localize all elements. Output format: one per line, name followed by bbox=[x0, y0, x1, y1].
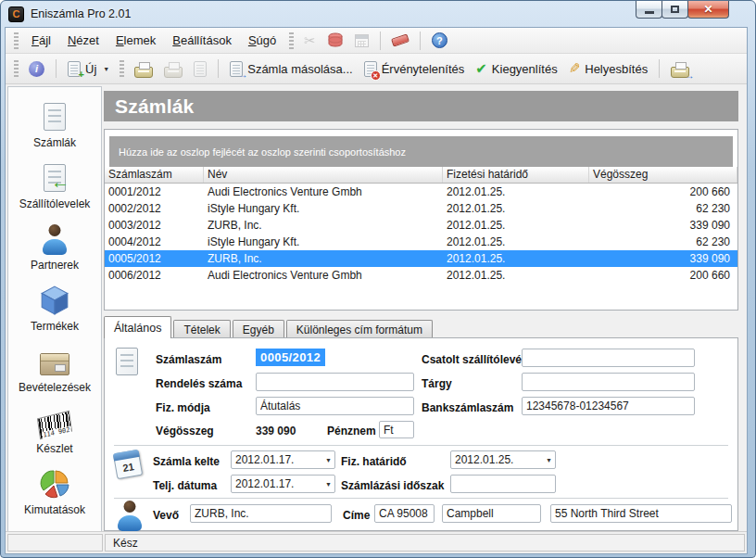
menu-view[interactable]: Nézet bbox=[59, 30, 107, 51]
column-header-szamlaszam[interactable]: Számlaszám bbox=[105, 167, 204, 183]
chevron-down-icon: ▼ bbox=[325, 457, 332, 463]
sidebar-item-keszlet[interactable]: 114 902 Készlet bbox=[8, 400, 101, 462]
address-city-input[interactable] bbox=[442, 504, 541, 523]
currency-label: Pénznem bbox=[327, 425, 376, 438]
invoice-icon bbox=[116, 348, 138, 375]
address-label: Címe bbox=[343, 509, 370, 522]
database-icon bbox=[327, 32, 344, 48]
toolbar-grip bbox=[120, 60, 124, 77]
statusbar-text: Kész bbox=[105, 534, 745, 552]
tab-strip: Általános Tételek Egyéb Különleges cím f… bbox=[104, 316, 435, 338]
sidebar-item-bevetelezesek[interactable]: Bevételezések bbox=[8, 339, 101, 400]
new-document-icon: + bbox=[68, 61, 81, 77]
help-button[interactable]: ? bbox=[426, 30, 453, 51]
table-header: Számlaszám Név Fizetési határidő Végössz… bbox=[105, 167, 737, 184]
database-button[interactable] bbox=[321, 30, 349, 51]
table-row[interactable]: 0003/2012 ZURB, Inc. 2012.01.25. 339 090 bbox=[105, 217, 737, 234]
currency-input[interactable] bbox=[379, 421, 414, 438]
eraser-icon bbox=[391, 33, 410, 46]
copy-invoice-button[interactable]: → Számla másolása... bbox=[224, 58, 358, 80]
column-header-nev[interactable]: Név bbox=[204, 167, 443, 183]
sidebar-item-label: Bevételezések bbox=[19, 381, 91, 394]
help-icon: ? bbox=[432, 32, 447, 48]
menu-file[interactable]: Fájl bbox=[23, 30, 59, 51]
sidebar-item-szallitolevelek[interactable]: ← Szállítólevelek bbox=[8, 156, 101, 217]
column-header-vegosszeg[interactable]: Végösszeg bbox=[589, 167, 737, 183]
page-title: Számlák bbox=[104, 91, 738, 121]
invoice-number-field[interactable]: 0005/2012 bbox=[256, 349, 325, 366]
order-number-input[interactable] bbox=[256, 373, 414, 391]
print-preview-button[interactable] bbox=[188, 58, 212, 80]
sidebar-item-partnerek[interactable]: Partnerek bbox=[8, 217, 101, 278]
settle-button[interactable]: ✔ Kiegyenlítés bbox=[470, 57, 562, 80]
void-button[interactable]: ✕ Érvénytelenítés bbox=[359, 58, 471, 80]
menu-settings[interactable]: Beállítások bbox=[164, 30, 240, 51]
printer-export-icon: → bbox=[671, 67, 689, 78]
print-add-button[interactable] bbox=[158, 57, 188, 81]
total-label: Végösszeg bbox=[156, 425, 214, 438]
due-date-label: Fiz. határidő bbox=[341, 455, 407, 468]
new-button-label: Új bbox=[85, 62, 96, 76]
invoice-date-combo[interactable]: 2012.01.17. ▼ bbox=[231, 450, 335, 469]
group-by-bar[interactable]: Húzza ide az oszlop fejlécét az oszlop s… bbox=[109, 136, 733, 167]
attached-delivery-input[interactable] bbox=[522, 349, 695, 367]
table-row-selected[interactable]: 0005/2012 ZURB, Inc. 2012.01.25. 339 090 bbox=[105, 250, 737, 267]
info-button[interactable]: i bbox=[23, 58, 50, 80]
invoice-form: Számlaszám 0005/2012 Csatolt szállítólev… bbox=[104, 337, 738, 531]
settle-label: Kiegyenlítés bbox=[492, 62, 558, 76]
invoice-icon bbox=[44, 103, 66, 131]
eraser-button[interactable] bbox=[386, 33, 414, 47]
print-button[interactable] bbox=[129, 57, 158, 81]
address-street-input[interactable] bbox=[550, 504, 732, 523]
scissors-icon: ✂ bbox=[304, 32, 316, 49]
calendar-icon: 21 bbox=[113, 450, 143, 479]
check-icon: ✔ bbox=[475, 60, 487, 77]
toolbar-separator bbox=[659, 59, 660, 78]
pie-chart-icon bbox=[40, 469, 69, 499]
subject-label: Tárgy bbox=[422, 377, 452, 390]
statusbar: Kész bbox=[6, 531, 747, 553]
close-button[interactable]: ✕ bbox=[687, 1, 729, 19]
print-export-button[interactable]: → bbox=[665, 57, 695, 81]
sidebar-item-szamlak[interactable]: Számlák bbox=[8, 95, 101, 156]
payment-method-label: Fiz. módja bbox=[156, 401, 210, 414]
sidebar-item-kimutatasok[interactable]: Kimutatások bbox=[8, 462, 101, 523]
sidebar-item-label: Partnerek bbox=[31, 259, 79, 272]
new-button[interactable]: + Új ▼ bbox=[62, 58, 115, 80]
close-icon: ✕ bbox=[703, 3, 712, 16]
tab-egyeb[interactable]: Egyéb bbox=[233, 320, 284, 338]
fulfillment-date-label: Telj. dátuma bbox=[153, 479, 217, 492]
payment-method-input[interactable] bbox=[256, 397, 414, 415]
cut-button[interactable]: ✂ bbox=[298, 30, 321, 52]
minimize-button[interactable] bbox=[636, 1, 662, 19]
tab-kulonleges-cim-formatum[interactable]: Különleges cím formátum bbox=[286, 320, 433, 338]
correction-button[interactable]: ✎ Helyesbítés bbox=[563, 57, 654, 80]
subject-input[interactable] bbox=[522, 373, 695, 391]
fulfillment-date-combo[interactable]: 2012.01.17. ▼ bbox=[231, 475, 335, 493]
due-date-combo[interactable]: 2012.01.25. ▼ bbox=[450, 450, 556, 469]
address-zip-input[interactable] bbox=[374, 504, 435, 523]
sidebar-item-termekek[interactable]: Termékek bbox=[8, 278, 101, 339]
client-area: Fájl Nézet Elemek Beállítások Súgó ✂ ? i… bbox=[5, 27, 748, 554]
calendar-small-button[interactable] bbox=[349, 32, 374, 50]
column-header-fizetesi-hatarido[interactable]: Fizetési határidő bbox=[443, 167, 589, 183]
toolbar-grip bbox=[14, 60, 19, 77]
section-divider bbox=[114, 498, 728, 499]
table-row[interactable]: 0004/2012 iStyle Hungary Kft. 2012.01.25… bbox=[105, 234, 737, 250]
tab-altalanos[interactable]: Általános bbox=[104, 316, 171, 338]
billing-period-input[interactable] bbox=[450, 475, 556, 493]
printer-add-icon bbox=[164, 67, 183, 78]
maximize-button[interactable] bbox=[662, 1, 688, 19]
bank-account-input[interactable] bbox=[522, 397, 695, 415]
table-row[interactable]: 0002/2012 iStyle Hungary Kft. 2012.01.25… bbox=[105, 200, 737, 217]
table-row[interactable]: 0006/2012 Audi Electronics Venture Gmbh … bbox=[105, 267, 737, 284]
customer-input[interactable] bbox=[190, 504, 332, 523]
person-icon bbox=[42, 224, 68, 255]
tab-tetelek[interactable]: Tételek bbox=[173, 320, 230, 338]
menu-help[interactable]: Súgó bbox=[240, 30, 284, 51]
table-row[interactable]: 0001/2012 Audi Electronics Venture Gmbh … bbox=[105, 184, 737, 200]
sidebar-item-label: Számlák bbox=[33, 136, 76, 149]
customer-label: Vevő bbox=[153, 509, 179, 522]
minimize-icon bbox=[645, 11, 654, 14]
menu-elements[interactable]: Elemek bbox=[107, 30, 164, 51]
